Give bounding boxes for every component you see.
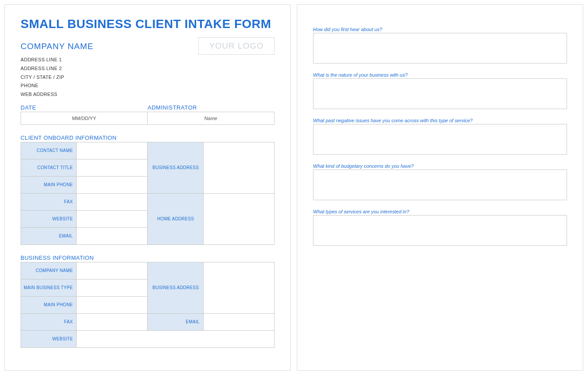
answer-4[interactable]: [313, 170, 567, 200]
phone-line: PHONE: [21, 81, 275, 90]
answer-2[interactable]: [313, 78, 567, 109]
answer-1[interactable]: [313, 33, 567, 64]
logo-placeholder: YOUR LOGO: [198, 37, 275, 55]
field-email-label: EMAIL: [21, 227, 77, 244]
field-fax2-label: FAX: [21, 313, 77, 330]
client-onboard-table: CONTACT NAME BUSINESS ADDRESS CONTACT TI…: [21, 142, 275, 245]
field-business-address2-label: BUSINESS ADDRESS: [148, 262, 203, 313]
field-contact-title-value[interactable]: [77, 159, 148, 176]
field-business-address-value[interactable]: [203, 142, 274, 193]
address-line-2: ADDRESS LINE 2: [21, 64, 275, 73]
field-home-address-value[interactable]: [203, 193, 274, 244]
field-fax-label: FAX: [21, 193, 77, 210]
question-4: What kind of budgetary concerns do you h…: [313, 163, 567, 169]
field-business-address-label: BUSINESS ADDRESS: [148, 142, 203, 193]
web-line: WEB ADDRESS: [21, 90, 275, 99]
question-2: What is the nature of your business with…: [313, 72, 567, 78]
field-home-address-label: HOME ADDRESS: [148, 193, 203, 244]
answer-3[interactable]: [313, 124, 567, 155]
field-website2-label: WEBSITE: [21, 330, 77, 347]
field-main-phone-value[interactable]: [77, 176, 148, 193]
city-state-zip: CITY / STATE / ZIP: [21, 73, 275, 82]
field-company-name-label: COMPANY NAME: [21, 262, 77, 279]
header-row: COMPANY NAME YOUR LOGO: [21, 37, 275, 55]
field-contact-title-label: CONTACT TITLE: [21, 159, 77, 176]
field-fax2-value[interactable]: [77, 313, 148, 330]
address-line-1: ADDRESS LINE 1: [21, 56, 275, 64]
date-label: DATE: [21, 104, 148, 111]
field-main-phone2-label: MAIN PHONE: [21, 296, 77, 313]
admin-field[interactable]: Name: [148, 112, 275, 125]
section-client-onboard: CLIENT ONBOARD INFORMATION: [21, 134, 275, 141]
field-website2-value[interactable]: [77, 330, 275, 347]
field-contact-name-label: CONTACT NAME: [21, 142, 77, 159]
field-email2-label: EMAIL: [148, 313, 203, 330]
field-company-name-value[interactable]: [77, 262, 148, 279]
address-block: ADDRESS LINE 1 ADDRESS LINE 2 CITY / STA…: [21, 56, 275, 99]
section-business-info: BUSINESS INFORMATION: [21, 255, 275, 261]
date-field[interactable]: MM/DD/YY: [21, 112, 148, 125]
company-name: COMPANY NAME: [21, 42, 94, 51]
field-main-phone-label: MAIN PHONE: [21, 176, 77, 193]
business-info-table: COMPANY NAME BUSINESS ADDRESS MAIN BUSIN…: [21, 262, 275, 348]
date-admin-row: DATE MM/DD/YY ADMINISTRATOR Name: [21, 104, 275, 125]
field-main-business-type-label: MAIN BUSINESS TYPE: [21, 279, 77, 296]
question-1: How did you first hear about us?: [313, 27, 567, 32]
answer-5[interactable]: [313, 215, 567, 246]
field-contact-name-value[interactable]: [77, 142, 148, 159]
field-fax-value[interactable]: [77, 193, 148, 210]
question-5: What types of services are you intereste…: [313, 209, 567, 214]
question-3: What past negative issues have you come …: [313, 118, 567, 123]
admin-label: ADMINISTRATOR: [148, 104, 275, 111]
field-website-value[interactable]: [77, 210, 148, 227]
field-website-label: WEBSITE: [21, 210, 77, 227]
field-email-value[interactable]: [77, 227, 148, 244]
field-main-business-type-value[interactable]: [77, 279, 148, 296]
field-email2-value[interactable]: [203, 313, 274, 330]
page-1: SMALL BUSINESS CLIENT INTAKE FORM COMPAN…: [4, 4, 291, 371]
field-business-address2-value[interactable]: [203, 262, 274, 313]
field-main-phone2-value[interactable]: [77, 296, 148, 313]
page-2: How did you first hear about us? What is…: [297, 4, 583, 371]
form-title: SMALL BUSINESS CLIENT INTAKE FORM: [21, 17, 275, 31]
